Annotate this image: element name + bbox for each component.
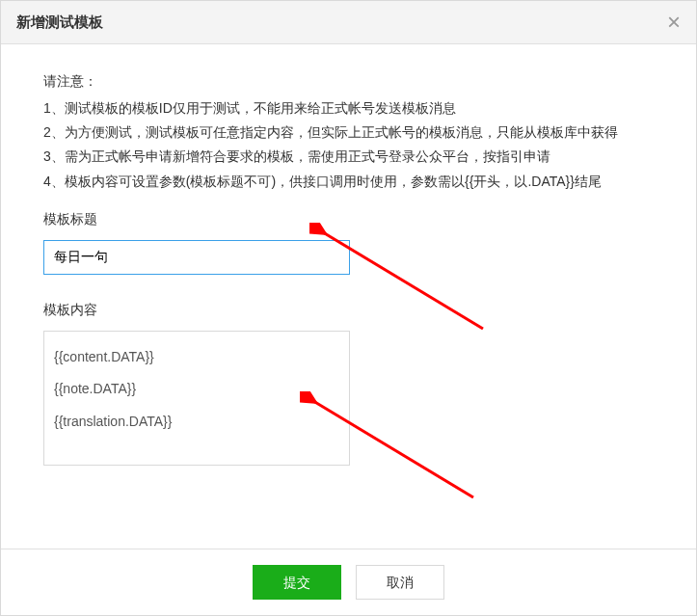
dialog: 新增测试模板 × 请注意： 1、测试模板的模板ID仅用于测试，不能用来给正式帐号… xyxy=(0,0,697,616)
dialog-header: 新增测试模板 × xyxy=(1,1,696,44)
notice-item: 2、为方便测试，测试模板可任意指定内容，但实际上正式帐号的模板消息，只能从模板库… xyxy=(43,121,654,145)
template-title-input[interactable] xyxy=(43,240,350,275)
close-button[interactable]: × xyxy=(667,11,681,34)
notice-item: 1、测试模板的模板ID仅用于测试，不能用来给正式帐号发送模板消息 xyxy=(43,96,654,121)
cancel-button[interactable]: 取消 xyxy=(356,565,444,600)
dialog-title: 新增测试模板 xyxy=(16,13,103,32)
template-content-textarea[interactable] xyxy=(43,331,350,466)
title-label: 模板标题 xyxy=(43,211,654,228)
submit-button[interactable]: 提交 xyxy=(253,565,341,600)
notice-list: 1、测试模板的模板ID仅用于测试，不能用来给正式帐号发送模板消息 2、为方便测试… xyxy=(43,96,654,194)
dialog-footer: 提交 取消 xyxy=(1,549,696,615)
dialog-body: 请注意： 1、测试模板的模板ID仅用于测试，不能用来给正式帐号发送模板消息 2、… xyxy=(1,44,696,549)
notice-title: 请注意： xyxy=(43,73,654,91)
content-label: 模板内容 xyxy=(43,302,654,319)
notice-item: 4、模板内容可设置参数(模板标题不可)，供接口调用时使用，参数需以{{开头，以.… xyxy=(43,170,654,194)
notice-item: 3、需为正式帐号申请新增符合要求的模板，需使用正式号登录公众平台，按指引申请 xyxy=(43,145,654,169)
